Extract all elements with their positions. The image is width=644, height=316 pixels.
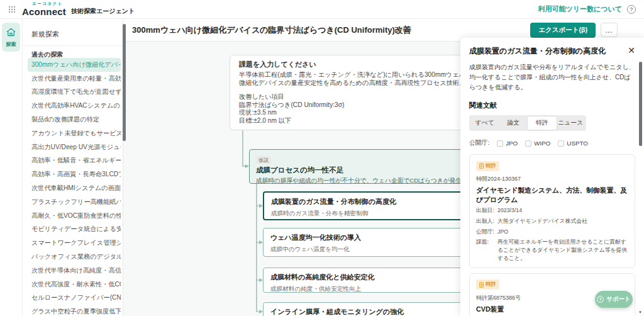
office-option-wipo[interactable]: WIPO (525, 140, 550, 147)
field-label: 公開庁: (476, 228, 497, 236)
panel-title: 成膜装置のガス流量・分布制御の高度化 (469, 46, 628, 57)
history-item[interactable]: プラスチックフリー高機能紙パッ… (28, 195, 121, 209)
hypothesis-badge: 仮説 (256, 156, 271, 164)
history-list: 300mmウェハ向け微細化デバイ… 次世代量産乗用車の軽量・高効率… 高湿度環境… (28, 58, 121, 316)
office-filter-label: 公開庁: (469, 139, 489, 147)
field-label: 出願日: (476, 206, 497, 215)
office-option-label: WIPO (534, 140, 550, 147)
history-item[interactable]: セルロースナノファイバー(CNF… (28, 291, 121, 305)
related-docs-title: 関連文献 (469, 101, 635, 110)
doc-type-tabs: すべて 論文 特許 ニュース (469, 115, 586, 131)
patent-number: 特開2024-130367 (476, 175, 628, 183)
checkbox-icon[interactable] (525, 140, 531, 147)
office-option-uspto[interactable]: USPTO (558, 140, 588, 147)
history-item[interactable]: グラス中空粒子の夏季強度低下の (28, 305, 121, 316)
panel-description: 成膜装置内のガス流量や分布をリアルタイムでモニタし、均一化することで膜厚・組成の… (469, 62, 635, 93)
page-title: 300mmウェハ向け微細化デバイスの臨界寸法ばらつき(CD Uniformity… (132, 25, 411, 36)
field-value: 2023/3/14 (497, 206, 628, 215)
help-icon[interactable]: ? (627, 5, 636, 14)
history-item[interactable]: スマートワークプレイス管理シス… (28, 236, 121, 250)
checkbox-icon[interactable] (558, 140, 564, 147)
history-item[interactable]: 次世代半導体向け高純度・高信頼… (28, 264, 121, 278)
support-button[interactable]: ? サポート (595, 291, 633, 308)
history-item[interactable]: 300mmウェハ向け微細化デバイ… (28, 58, 121, 72)
panel-scrollbar[interactable] (639, 62, 642, 146)
new-search-button[interactable]: 新規探索 (31, 30, 59, 39)
office-option-jpo[interactable]: JPO (497, 140, 518, 147)
history-item[interactable]: 高出力UV/Deep UV光源モジュー… (28, 140, 121, 154)
tab-all[interactable]: すべて (470, 116, 499, 130)
document-icon (479, 163, 484, 169)
history-item[interactable]: 次世代高効率HVACシステムのエ… (28, 99, 121, 113)
rail-item-label: 探索 (6, 41, 16, 48)
history-item[interactable]: 次世代高強度・耐水素性・低CO₂… (28, 278, 121, 291)
checkbox-icon[interactable] (497, 140, 503, 147)
patent-badge: 特許 (476, 279, 499, 290)
office-option-label: USPTO (567, 140, 588, 147)
history-item[interactable]: 高効率・低騒音・省エネルギー電… (28, 154, 121, 168)
field-value: JPO (497, 228, 628, 236)
history-item[interactable]: 高湿度環境下で毛先が意図せずカ… (28, 86, 121, 99)
history-item[interactable]: 次世代量産乗用車の軽量・高効率… (28, 72, 121, 86)
patent-title: ダイヤモンド製造システム、方法、制御装置、及びプログラム (476, 186, 628, 204)
export-button[interactable]: エクスポート(β) (530, 23, 596, 38)
history-item[interactable]: 高耐久・低VOC重防食塗料の性能… (28, 209, 121, 223)
field-value: 大熊ダイヤモンドデバイス株式会社 (497, 217, 628, 225)
detail-panel: 成膜装置のガス流量・分布制御の高度化 ✕ 成膜装置内のガス流量や分布をリアルタイ… (460, 38, 644, 316)
office-option-label: JPO (506, 140, 518, 147)
tab-patents[interactable]: 特許 (528, 116, 557, 130)
tab-news[interactable]: ニュース (557, 116, 586, 130)
home-icon (6, 28, 16, 39)
nav-rail: 探索 (0, 19, 23, 316)
field-label: 課題: (476, 238, 497, 262)
patent-card[interactable]: 特許 特開2024-130367 ダイヤモンド製造システム、方法、制御装置、及び… (469, 154, 635, 268)
history-sidebar: 新規探索 過去の探索 300mmウェハ向け微細化デバイ… 次世代量産乗用車の軽量… (23, 19, 123, 316)
close-icon[interactable]: ✕ (628, 46, 635, 55)
rail-item-search[interactable]: 探索 (2, 23, 20, 52)
history-item[interactable]: 製品dの改善課題の特定 (28, 113, 121, 127)
history-item[interactable]: バックオフィス業務のデジタル化… (28, 250, 121, 264)
tree-count-link[interactable]: 利用可能ツリー数について (538, 4, 622, 14)
field-label: 出願人: (476, 217, 497, 225)
sidebar-divider (23, 45, 123, 46)
brand-ruby: エーコネクト (32, 2, 66, 6)
sidebar-collapse-icon[interactable]: ‹ (115, 304, 123, 315)
patent-badge: 特許 (476, 161, 499, 171)
sidebar-scrollbar[interactable] (123, 24, 126, 141)
product-name: 技術探索エージェント (71, 7, 135, 16)
history-item[interactable]: 次世代車載HMIシステムの画面応… (28, 181, 121, 195)
scroll-down-icon[interactable]: ▼ (638, 310, 642, 314)
support-label: サポート (606, 295, 631, 303)
history-item[interactable]: アカウント未登録でもサービスが… (28, 127, 121, 140)
tab-papers[interactable]: 論文 (499, 116, 528, 130)
field-value: 再生可能エネルギーを有効活用させることに貢献することができるダイヤモンド製造シス… (497, 238, 628, 262)
document-icon (479, 282, 484, 288)
history-item[interactable]: 高効率・高画質・長寿命3LCDプ… (28, 167, 121, 181)
history-item[interactable]: モビリティデータ統合による安全… (28, 223, 121, 237)
app-grid-icon[interactable] (8, 6, 16, 13)
support-help-icon: ? (597, 296, 604, 303)
app-header: エーコネクト Aconnect 技術探索エージェント 利用可能ツリー数について … (0, 0, 644, 19)
more-options-icon[interactable]: … (601, 23, 618, 37)
brand-wordmark: Aconnect (22, 7, 66, 16)
brand-logo[interactable]: エーコネクト Aconnect (22, 2, 66, 16)
office-filter: 公開庁: JPO WIPO USPTO (469, 139, 635, 147)
